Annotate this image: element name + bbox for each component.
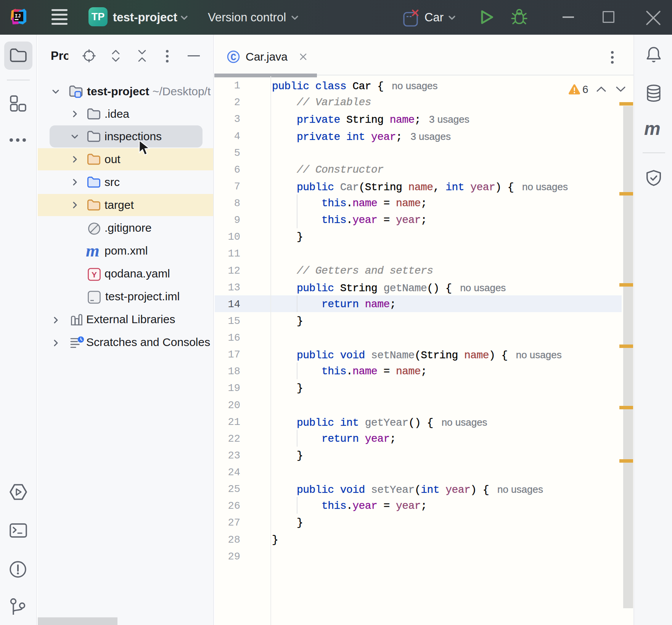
svg-text:C: C [230,52,236,63]
svg-text:IJ: IJ [15,13,21,19]
svg-text:Y: Y [92,270,97,279]
